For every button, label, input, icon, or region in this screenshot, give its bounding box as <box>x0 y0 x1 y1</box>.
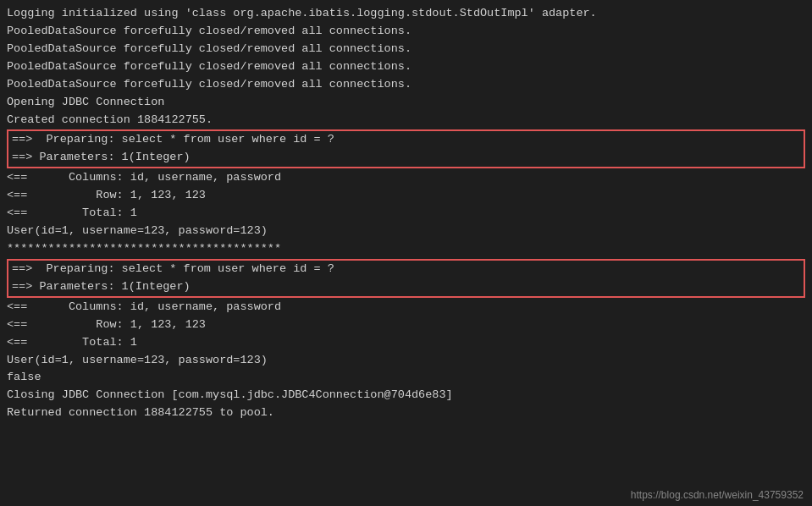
console-line-14: <== Row: 1, 123, 123 <box>7 316 805 334</box>
console-line-16: User(id=1, username=123, password=123) <box>7 352 805 370</box>
console-line-10: <== Total: 1 <box>7 205 805 223</box>
box2-parameters-line: ==> Parameters: 1(Integer) <box>12 278 800 296</box>
console-line-4: PooledDataSource forcefully closed/remov… <box>7 58 805 76</box>
red-box-2: ==> Preparing: select * from user where … <box>7 259 805 298</box>
console-line-6: Opening JDBC Connection <box>7 94 805 112</box>
console-line-17: false <box>7 369 805 387</box>
console-line-19: Returned connection 1884122755 to pool. <box>7 404 805 422</box>
box2-preparing-line: ==> Preparing: select * from user where … <box>12 261 800 278</box>
console-line-5: PooledDataSource forcefully closed/remov… <box>7 76 805 94</box>
console-line-8: <== Columns: id, username, password <box>7 169 805 187</box>
console-line-3: PooledDataSource forcefully closed/remov… <box>7 41 805 58</box>
console-line-15: <== Total: 1 <box>7 334 805 352</box>
watermark: https://blog.csdn.net/weixin_43759352 <box>631 489 804 501</box>
console-line-13: <== Columns: id, username, password <box>7 299 805 316</box>
console-line-stars: **************************************** <box>7 240 805 258</box>
console-line-11: User(id=1, username=123, password=123) <box>7 223 805 240</box>
box1-parameters-line: ==> Parameters: 1(Integer) <box>12 149 800 167</box>
console-line-9: <== Row: 1, 123, 123 <box>7 187 805 205</box>
console-output: Logging initialized using 'class org.apa… <box>0 0 812 506</box>
box1-preparing-line: ==> Preparing: select * from user where … <box>12 131 800 149</box>
console-line-18: Closing JDBC Connection [com.mysql.jdbc.… <box>7 387 805 404</box>
console-line-1: Logging initialized using 'class org.apa… <box>7 5 805 23</box>
console-line-2: PooledDataSource forcefully closed/remov… <box>7 23 805 41</box>
console-line-7: Created connection 1884122755. <box>7 112 805 129</box>
red-box-1: ==> Preparing: select * from user where … <box>7 129 805 168</box>
